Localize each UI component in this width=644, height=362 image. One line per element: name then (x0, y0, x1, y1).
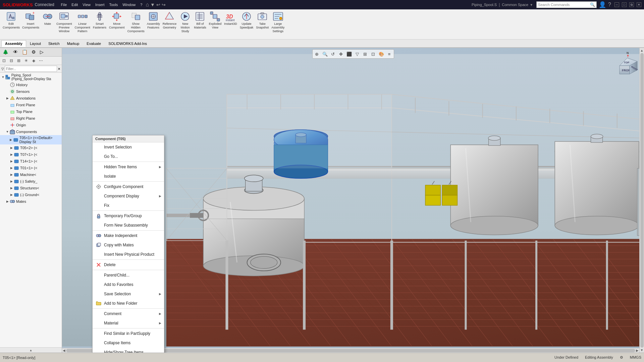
vp-tool-rotate[interactable]: ↺ (329, 50, 337, 58)
ctx-find-similar[interactable]: Find Similar in PartSupply (93, 329, 164, 338)
scroll-down-button[interactable]: ▼ (640, 348, 644, 352)
menu-view[interactable]: View (83, 3, 91, 7)
ctx-comment[interactable]: Comment ▶ (93, 309, 164, 318)
linear-component-pattern-button[interactable]: LinearComponentPattern (73, 10, 92, 39)
exploded-view-button[interactable]: ExplodedView (208, 10, 223, 39)
ctx-insert-new-physical[interactable]: Insert New Physical Product (93, 250, 164, 259)
sidebar-tree-icon[interactable]: 🌲 (0, 48, 11, 56)
vp-tool-zoom[interactable]: 🔍 (321, 50, 329, 58)
take-snapshot-button[interactable]: TakeSnapshot (255, 10, 270, 39)
tree-ground[interactable]: ▶ (-) Ground< (0, 191, 62, 198)
tree-top-plane[interactable]: Top Plane (0, 108, 62, 115)
menu-help[interactable]: ? (140, 3, 142, 7)
nav-dropdown-icon[interactable]: ▼ (150, 2, 155, 7)
tree-t01-1[interactable]: ▶ T01<1> (< (0, 165, 62, 171)
menu-edit[interactable]: Edit (71, 3, 78, 7)
vertical-scrollbar[interactable]: ▲ ▼ (639, 48, 644, 353)
insert-components-button[interactable]: + InsertComponents (21, 10, 40, 39)
tree-origin[interactable]: Origin (0, 122, 62, 128)
ctx-fix[interactable]: Fix (93, 201, 164, 210)
tree-machine[interactable]: ▶ Machine< (0, 171, 62, 178)
edit-components-button[interactable]: EditComponents (1, 10, 21, 39)
vp-tool-section[interactable]: ⬛ (345, 50, 353, 58)
ctx-delete[interactable]: Delete (93, 260, 164, 269)
sidebar-motion-icon[interactable]: ▷ (38, 48, 46, 56)
ctx-hidden-tree-items[interactable]: Hidden Tree Items ▶ (93, 162, 164, 172)
ctx-hide-show-tree[interactable]: Hide/Show Tree Items... (93, 348, 164, 353)
menu-tools[interactable]: Tools (109, 3, 118, 7)
large-assembly-settings-button[interactable]: LargeAssemblySettings (270, 10, 286, 39)
ctx-copy-with-mates[interactable]: Copy with Mates (93, 240, 164, 250)
ctx-form-new-subassembly[interactable]: Form New Subassembly (93, 221, 164, 230)
tree-right-plane[interactable]: Right Plane (0, 115, 62, 122)
tree-annotations[interactable]: ▶ ! Annotations (0, 95, 62, 102)
tree-safety[interactable]: ▶ (-) Safety_ (0, 178, 62, 185)
undo-icon[interactable]: ↩ (156, 2, 160, 7)
ctx-material[interactable]: Material ▶ (93, 318, 164, 328)
ctx-isolate[interactable]: Isolate (93, 172, 164, 181)
sidebar-collapse-handle[interactable]: ▲ (0, 347, 62, 353)
root-expander[interactable]: ▼ (1, 75, 5, 79)
smart-fasteners-button[interactable]: SmartFasteners (92, 10, 108, 39)
tab-assembly[interactable]: Assembly (1, 40, 26, 47)
move-component-button[interactable]: MoveComponent (108, 10, 126, 39)
update-speedpak-button[interactable]: UpdateSpeedpak (238, 10, 255, 39)
instant3d-button[interactable]: 3Dinstant Instant3D (223, 10, 238, 39)
sidebar-tool-3[interactable]: ⊞ (15, 57, 22, 64)
tree-mates[interactable]: ▶ Mates (0, 198, 62, 205)
tree-t14-1[interactable]: ▶ T14<1> (< (0, 158, 62, 165)
restore-button[interactable]: ⧉ (629, 2, 634, 7)
tab-markup[interactable]: Markup (63, 40, 83, 47)
vp-tool-display[interactable]: ⊞ (362, 50, 369, 58)
minimize-button[interactable]: ─ (614, 2, 619, 7)
menu-file[interactable]: File (61, 3, 67, 7)
vp-tool-view[interactable]: ▽ (354, 50, 361, 58)
tree-components[interactable]: ▼ Components (0, 128, 62, 135)
scroll-left-button[interactable]: ◀ (63, 349, 65, 352)
tree-root[interactable]: ▼ Piping_Spool (Piping_Spool<Display Sta (0, 73, 62, 81)
ctx-make-independent[interactable]: Make Independent (93, 231, 164, 240)
help-icon[interactable]: ? (608, 2, 611, 8)
sidebar-tool-4[interactable]: ✳ (23, 57, 30, 64)
nav-back-icon[interactable]: ⌂ (146, 2, 149, 8)
reference-geometry-button[interactable]: ReferenceGeometry (161, 10, 178, 39)
ctx-add-to-new-folder[interactable]: Add to New Folder (93, 299, 164, 308)
menu-insert[interactable]: Insert (95, 3, 105, 7)
filter-clear-icon[interactable]: ✕ (58, 67, 60, 71)
sidebar-tool-1[interactable]: ⊡ (1, 57, 7, 64)
component-preview-window-button[interactable]: ComponentPreviewWindow (55, 10, 73, 39)
assembly-features-button[interactable]: AssemblyFeatures (146, 10, 161, 39)
close-button[interactable]: ✕ (637, 2, 641, 7)
user-avatar-icon[interactable]: 👤 (599, 1, 606, 8)
maximize-button[interactable]: □ (622, 2, 627, 7)
show-hidden-components-button[interactable]: ShowHiddenComponents (126, 10, 146, 39)
scroll-up-button[interactable]: ▲ (640, 49, 644, 52)
new-motion-study-button[interactable]: NewMotionStudy (178, 10, 193, 39)
tree-structures[interactable]: ▶ Structures< (0, 185, 62, 191)
ctx-add-to-favorites[interactable]: Add to Favorites (93, 280, 164, 289)
sidebar-config-icon[interactable]: ⚙ (30, 48, 38, 56)
ctx-parent-child[interactable]: Parent/Child... (93, 270, 164, 280)
vp-tool-pan[interactable]: ✥ (337, 50, 345, 58)
ctx-save-selection[interactable]: Save Selection ▶ (93, 289, 164, 299)
tab-evaluate[interactable]: Evaluate (83, 40, 105, 47)
scroll-right-button[interactable]: ▶ (636, 349, 639, 352)
sidebar-search-input[interactable] (5, 66, 57, 72)
tree-sensors[interactable]: Sensors (0, 88, 62, 95)
tree-history[interactable]: History (0, 81, 62, 88)
vp-tool-hide[interactable]: ⊡ (370, 50, 377, 58)
sidebar-tool-5[interactable]: ◈ (30, 57, 37, 64)
tab-solidworks-addins[interactable]: SOLIDWORKS Add-Ins (105, 40, 151, 47)
tree-t07-1[interactable]: ▶ T07<1> (< (0, 151, 62, 158)
viewport[interactable]: ⊕ 🔍 ↺ ✥ ⬛ ▽ ⊞ ⊡ 🎨 ≡ (62, 48, 644, 353)
vp-tool-appearance[interactable]: 🎨 (378, 50, 385, 58)
sidebar-tool-6[interactable]: ⋯ (38, 57, 44, 64)
menu-window[interactable]: Window (122, 3, 136, 7)
tab-layout[interactable]: Layout (26, 40, 45, 47)
vp-tool-more[interactable]: ≡ (386, 50, 393, 58)
view-cube[interactable]: FRONT RIGHT TOP N (614, 51, 641, 77)
ctx-invert-selection[interactable]: Invert Selection (93, 142, 164, 152)
ctx-collapse-items[interactable]: Collapse Items (93, 338, 164, 348)
search-commands-box[interactable]: Search Commands 🔍 (536, 1, 597, 8)
tree-t05-1[interactable]: ▶ T05<1> (<<Default> Display St (0, 135, 62, 144)
